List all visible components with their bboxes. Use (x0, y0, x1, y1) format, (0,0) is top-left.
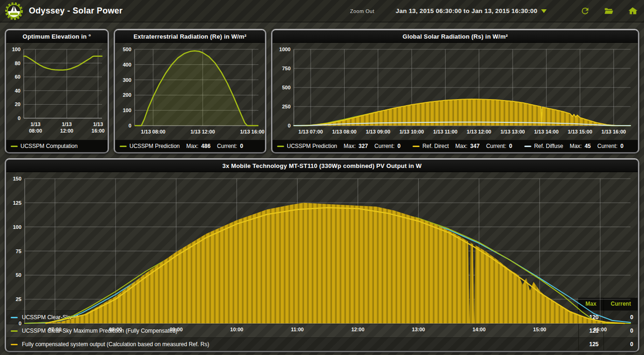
x-tick-label: 11:00 (291, 327, 304, 332)
legend-max-value: 486 (201, 143, 210, 149)
legend-item-ucsspm-computation[interactable]: UCSSPM Computation (11, 143, 78, 149)
legend-extraterrestrial-radiation: UCSSPM PredictionMax:486Current:0 (115, 140, 265, 152)
x-tick-label: 1/13 08:00 (332, 129, 357, 134)
x-tick-label: 1/13 11:00 (433, 129, 457, 134)
x-tick-label: 1/13 16:00 (240, 129, 264, 134)
y-tick-label: 750 (282, 66, 291, 71)
legend-item-ucsspm-prediction[interactable]: UCSSPM PredictionMax:327Current:0 (277, 143, 400, 149)
y-tick-label: 400 (123, 62, 131, 67)
grid-lines (24, 49, 102, 118)
y-tick-label: 500 (123, 47, 131, 52)
dashboard-content: Optimum Elevation in ° 0204060801001/130… (0, 22, 644, 352)
legend-current-label: Current: (486, 143, 506, 149)
ref-direct-series (301, 99, 631, 126)
legend-series-name: UCSSPM Prediction (287, 143, 337, 149)
x-tick-label: 1/13 08:00 (141, 129, 166, 134)
legend-max-value: 45 (584, 143, 590, 149)
chart-extraterrestrial-radiation: 01002003004005001/13 08:001/13 12:001/13… (115, 43, 265, 140)
y-tick-label: 20 (15, 101, 20, 107)
global-solar-radiation-plot[interactable]: 025050075010001/13 07:001/13 08:001/13 0… (272, 43, 638, 140)
x-tick-label: 09:00 (169, 327, 183, 332)
date-range-label: Jan 13, 2015 06:30:00 to Jan 13, 2015 16… (396, 7, 537, 14)
x-tick-label: 1/13 12:00 (467, 129, 491, 134)
legend-current-label: Current: (597, 143, 617, 149)
panel-pv-output: 3x Mobile Technology MT-ST110 (330Wp com… (5, 158, 639, 352)
legend-max-value: 347 (470, 143, 480, 149)
optimum-elevation-plot[interactable]: 0204060801001/1308:001/1312:001/1316:00 (6, 43, 108, 140)
y-tick-label: 100 (123, 107, 131, 113)
pv-output-plot[interactable]: 025507510012515007:0008:0009:0010:0011:0… (6, 172, 638, 338)
x-tick-label: 07:00 (48, 327, 61, 332)
open-folder-icon (604, 6, 614, 16)
app-header: Odyssey - Solar Power Zoom Out Jan 13, 2… (0, 0, 644, 22)
extraterrestrial-radiation-plot[interactable]: 01002003004005001/13 08:001/13 12:001/13… (115, 43, 265, 140)
legend-max-value: 327 (359, 143, 368, 149)
panel-title: 3x Mobile Technology MT-ST110 (330Wp com… (6, 160, 638, 172)
y-tick-label: 25 (16, 296, 21, 302)
legend-max-label: Max: (186, 143, 198, 149)
open-dashboard-button[interactable] (604, 6, 614, 16)
x-tick-label: 12:00 (351, 327, 364, 332)
chart-optimum-elevation: 0204060801001/1308:001/1312:001/1316:00 (6, 43, 108, 140)
panel-title: Global Solar Radiation (Rs) in W/m² (272, 30, 638, 43)
y-tick-label: 500 (282, 85, 291, 90)
axis-labels: 0204060801001/1308:001/1312:001/1316:00 (12, 47, 105, 134)
x-tick-label: 14:00 (473, 327, 486, 332)
y-tick-label: 0 (18, 115, 20, 121)
date-range-picker[interactable]: Jan 13, 2015 06:30:00 to Jan 13, 2015 16… (396, 7, 547, 14)
series-current-value: 0 (603, 337, 638, 351)
legend-item-ref-direct[interactable]: Ref. DirectMax:347Current:0 (413, 143, 512, 149)
x-tick-label: 13:00 (412, 327, 425, 332)
x-tick-label: 1/1312:00 (60, 121, 73, 134)
legend-current-value: 0 (240, 143, 243, 149)
odyssey-logo-icon (5, 2, 23, 20)
series-max-value: 125 (578, 337, 603, 351)
x-tick-label: 08:00 (109, 327, 122, 332)
y-tick-label: 100 (13, 224, 21, 230)
legend-series-name: Ref. Diffuse (534, 143, 563, 149)
legend-current-label: Current: (374, 143, 394, 149)
y-tick-label: 125 (13, 200, 21, 206)
legend-swatch (524, 146, 531, 147)
chart-global-solar-radiation: 025050075010001/13 07:001/13 08:001/13 0… (272, 43, 638, 140)
y-tick-label: 0 (129, 123, 131, 128)
y-tick-label: 300 (123, 77, 131, 83)
pv-series-row-fully-compensated-system-output-calculat[interactable]: Fully compensated system output (Calcula… (6, 337, 638, 351)
panel-title: Extraterrestrial Radiation (Re) in W/m² (115, 30, 265, 43)
x-tick-label: 1/13 10:00 (400, 129, 424, 134)
legend-series-name: UCSSPM Computation (20, 143, 78, 149)
chart-pv-output: 025507510012515007:0008:0009:0010:0011:0… (6, 172, 638, 298)
legend-swatch (413, 146, 420, 147)
home-button[interactable] (628, 6, 637, 16)
x-tick-label: 1/1316:00 (92, 121, 105, 134)
panel-global-solar-radiation: Global Solar Radiation (Rs) in W/m² 0250… (271, 29, 639, 154)
y-tick-label: 100 (12, 47, 20, 52)
legend-item-ref-diffuse[interactable]: Ref. DiffuseMax:45Current:0 (524, 143, 624, 149)
legend-max-label: Max: (455, 143, 468, 149)
x-tick-label: 16:00 (594, 327, 607, 332)
legend-current-value: 0 (397, 143, 400, 149)
zoom-out-button[interactable]: Zoom Out (350, 8, 374, 14)
home-icon (628, 6, 637, 16)
legend-swatch (11, 146, 18, 147)
legend-optimum-elevation: UCSSPM Computation (6, 140, 108, 152)
x-tick-label: 1/13 07:00 (298, 129, 323, 134)
legend-series-name: Ref. Direct (422, 143, 449, 149)
refresh-icon (580, 6, 590, 16)
app-title: Odyssey - Solar Power (29, 6, 122, 16)
legend-swatch (120, 146, 127, 147)
x-tick-label: 15:00 (533, 327, 546, 332)
legend-max-label: Max: (344, 143, 356, 149)
panel-title: Optimum Elevation in ° (6, 30, 108, 43)
panel-optimum-elevation: Optimum Elevation in ° 0204060801001/130… (5, 29, 109, 154)
y-tick-label: 150 (13, 176, 21, 181)
x-tick-label: 1/13 13:00 (501, 129, 525, 134)
legend-current-value: 0 (620, 143, 624, 149)
legend-global-solar-radiation: UCSSPM PredictionMax:327Current:0Ref. Di… (272, 140, 638, 152)
legend-item-ucsspm-prediction[interactable]: UCSSPM PredictionMax:486Current:0 (120, 143, 243, 149)
legend-swatch (11, 344, 18, 345)
refresh-button[interactable] (580, 6, 590, 16)
y-tick-label: 200 (123, 92, 131, 98)
legend-swatch (277, 146, 284, 147)
y-tick-label: 250 (282, 104, 291, 109)
